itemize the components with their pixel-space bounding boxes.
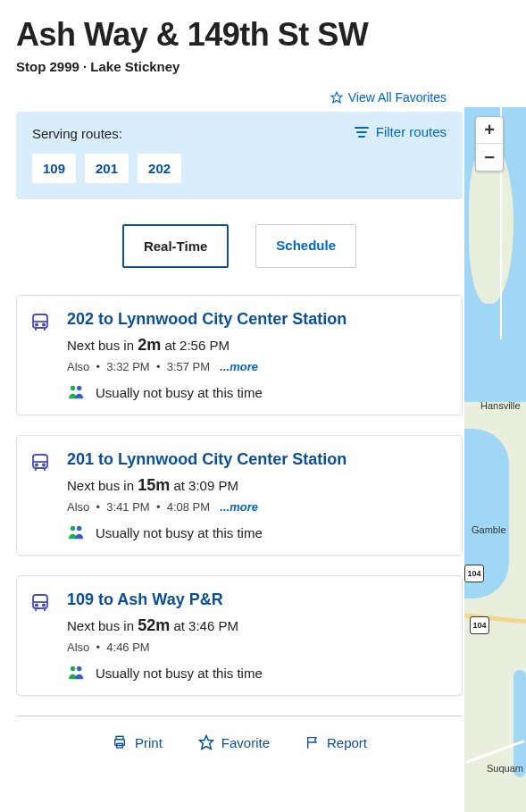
svg-point-15: [43, 464, 45, 465]
filter-icon: [355, 126, 369, 138]
route-title-link[interactable]: 201 to Lynnwood City Center Station: [67, 450, 446, 469]
svg-point-6: [36, 323, 38, 325]
crowding-info: Usually not busy at this time: [67, 665, 446, 681]
page-title: Ash Way & 149th St SW: [16, 16, 463, 54]
map-zoom-control: + −: [475, 116, 504, 172]
view-all-favorites-link[interactable]: View All Favorites: [330, 90, 447, 105]
svg-marker-0: [331, 92, 342, 103]
crowding-info: Usually not busy at this time: [67, 524, 446, 540]
tab-realtime[interactable]: Real-Time: [122, 224, 229, 268]
also-times: Also • 4:46 PM: [67, 640, 446, 654]
action-row: Print Favorite Report: [16, 716, 463, 750]
route-chip-109[interactable]: 109: [32, 154, 76, 183]
route-departures-list: 202 to Lynnwood City Center StationNext …: [16, 295, 463, 696]
svg-point-23: [43, 604, 45, 606]
svg-point-22: [36, 604, 38, 606]
bus-icon: [29, 590, 54, 681]
more-times-link[interactable]: ...more: [220, 360, 258, 373]
star-outline-icon: [330, 91, 343, 104]
next-departure: Next bus in 15m at 3:09 PM: [67, 476, 446, 495]
crowd-icon: [67, 384, 87, 400]
next-departure: Next bus in 52m at 3:46 PM: [67, 616, 446, 635]
svg-marker-31: [199, 736, 213, 749]
more-times-link[interactable]: ...more: [220, 500, 258, 514]
svg-point-14: [36, 464, 38, 465]
map-label: Hansville: [480, 400, 521, 411]
svg-point-19: [77, 526, 81, 531]
filter-routes-button[interactable]: Filter routes: [355, 124, 447, 139]
crowd-icon: [67, 524, 87, 540]
svg-point-18: [71, 526, 75, 531]
crowding-info: Usually not busy at this time: [67, 384, 446, 400]
favorite-button[interactable]: Favorite: [198, 734, 270, 750]
svg-point-26: [71, 666, 75, 671]
svg-point-10: [71, 386, 75, 390]
route-chip-202[interactable]: 202: [138, 154, 181, 183]
next-departure: Next bus in 2m at 2:56 PM: [67, 336, 446, 355]
route-title-link[interactable]: 109 to Ash Way P&R: [67, 590, 446, 609]
route-shield: 104: [464, 565, 484, 582]
route-title-link[interactable]: 202 to Lynnwood City Center Station: [67, 310, 446, 329]
crowd-icon: [67, 665, 87, 681]
map-panel[interactable]: Hansville Gamble Suquam 104 104 + −: [464, 107, 526, 812]
map-label: Suquam: [487, 763, 523, 774]
zoom-in-button[interactable]: +: [476, 117, 503, 144]
also-times: Also • 3:41 PM • 4:08 PM ...more: [67, 500, 446, 514]
print-button[interactable]: Print: [112, 734, 163, 750]
map-label: Gamble: [472, 524, 506, 535]
route-card: 109 to Ash Way P&RNext bus in 52m at 3:4…: [16, 575, 463, 696]
svg-point-11: [77, 386, 81, 390]
route-chip-201[interactable]: 201: [85, 154, 129, 183]
star-outline-icon: [198, 734, 214, 750]
zoom-out-button[interactable]: −: [476, 144, 503, 171]
route-chip-row: 109 201 202: [32, 154, 447, 183]
route-shield: 104: [470, 616, 489, 634]
bus-icon: [29, 450, 54, 540]
view-tabs: Real-Time Schedule: [16, 224, 463, 268]
print-icon: [112, 735, 128, 749]
bus-icon: [29, 310, 54, 400]
route-card: 201 to Lynnwood City Center StationNext …: [16, 435, 463, 556]
serving-routes-panel: Serving routes: Filter routes 109 201 20…: [16, 112, 463, 199]
also-times: Also • 3:32 PM • 3:57 PM ...more: [67, 360, 446, 373]
report-button[interactable]: Report: [305, 734, 367, 750]
route-card: 202 to Lynnwood City Center StationNext …: [16, 295, 463, 415]
svg-point-7: [43, 323, 45, 325]
flag-icon: [305, 735, 320, 749]
stop-subtitle: Stop 2999 · Lake Stickney: [16, 59, 463, 74]
tab-schedule[interactable]: Schedule: [255, 224, 356, 268]
svg-point-27: [77, 666, 81, 671]
